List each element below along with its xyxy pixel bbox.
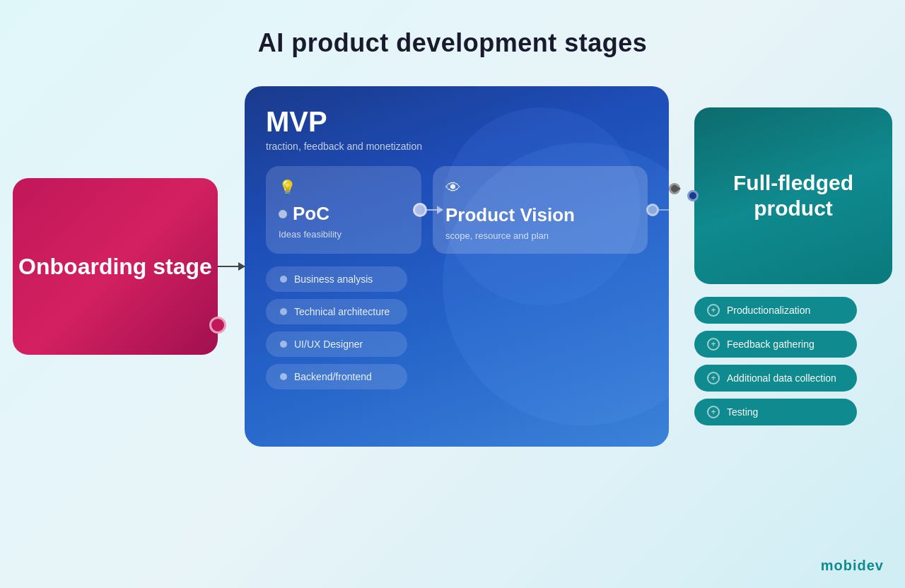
pill-label-2: Technical architecture	[294, 306, 390, 317]
poc-description: Ideas feasibility	[279, 229, 409, 240]
poc-conn-line	[427, 209, 443, 211]
eye-icon: 👁	[445, 179, 635, 197]
right-section: Full-fledged product Productionalization…	[694, 107, 892, 425]
mvp-title: MVP	[266, 106, 648, 138]
pill-backend-frontend: Backend/frontend	[266, 364, 407, 389]
pill-testing: Testing	[694, 399, 857, 425]
mvp-inner-row: 💡 PoC Ideas feasibility 👁 Product Vision…	[266, 166, 648, 254]
full-fledged-title: Full-fledged product	[708, 170, 878, 221]
pill-dot-1	[280, 276, 287, 283]
poc-conn-dot	[413, 203, 427, 217]
product-vision-title: Product Vision	[445, 204, 635, 226]
pill-business-analysis: Business analysis	[266, 266, 407, 292]
poc-card: 💡 PoC Ideas feasibility	[266, 166, 421, 254]
pill-additional-data: Additional data collection	[694, 365, 857, 392]
mvp-subtitle: traction, feedback and monetization	[266, 141, 648, 152]
teal-pill-label-4: Testing	[727, 406, 758, 418]
teal-pill-icon-2	[707, 338, 720, 351]
arrow-line	[218, 266, 245, 267]
right-pills-column: Productionalization Feedback gathering A…	[694, 297, 857, 425]
mobidev-logo: mobidev	[821, 558, 884, 574]
brand-dev: dev	[858, 558, 884, 573]
teal-pill-icon-1	[707, 304, 720, 317]
onboarding-connector-dot	[209, 317, 226, 334]
pill-label-1: Business analysis	[294, 274, 373, 285]
pill-dot-4	[280, 373, 287, 380]
poc-dot	[279, 210, 287, 218]
onboarding-box: Onboarding stage	[13, 178, 218, 355]
pill-feedback-gathering: Feedback gathering	[694, 331, 857, 358]
brand-mobi: mobi	[821, 558, 858, 573]
page-title: AI product development stages	[258, 28, 648, 58]
teal-pill-label-3: Additional data collection	[727, 372, 836, 384]
pill-label-3: UI/UX Designer	[294, 339, 363, 350]
product-vision-card: 👁 Product Vision scope, resource and pla…	[433, 166, 648, 254]
poc-name: PoC	[293, 203, 329, 225]
teal-pill-label-1: Productionalization	[727, 305, 810, 316]
teal-pill-icon-4	[707, 406, 720, 418]
pv-to-full-connector	[646, 204, 669, 216]
onboarding-title: Onboarding stage	[18, 253, 212, 280]
diagram-container: Onboarding stage MVP traction, feedback …	[28, 86, 877, 447]
pv-conn-line	[659, 209, 669, 211]
lightbulb-icon: 💡	[279, 179, 409, 196]
pill-label-4: Backend/frontend	[294, 371, 372, 382]
teal-pill-label-2: Feedback gathering	[727, 339, 814, 350]
arrow-mvp-full	[669, 183, 680, 194]
mvp-pills-column: Business analysis Technical architecture…	[266, 266, 648, 389]
pv-conn-dot	[646, 204, 659, 216]
poc-title-row: PoC	[279, 203, 409, 225]
product-vision-description: scope, resource and plan	[445, 230, 635, 241]
arrow-onboarding-mvp	[218, 266, 245, 267]
teal-pill-icon-3	[707, 372, 720, 384]
pill-uiux: UI/UX Designer	[266, 331, 407, 357]
pill-technical-architecture: Technical architecture	[266, 299, 407, 324]
full-fledged-box: Full-fledged product	[694, 107, 892, 284]
mvp-container: MVP traction, feedback and monetization …	[245, 86, 669, 447]
pill-dot-2	[280, 308, 287, 315]
full-left-dot	[687, 190, 699, 201]
pill-dot-3	[280, 341, 287, 348]
poc-to-pv-connector	[413, 203, 443, 217]
pill-productionalization: Productionalization	[694, 297, 857, 324]
